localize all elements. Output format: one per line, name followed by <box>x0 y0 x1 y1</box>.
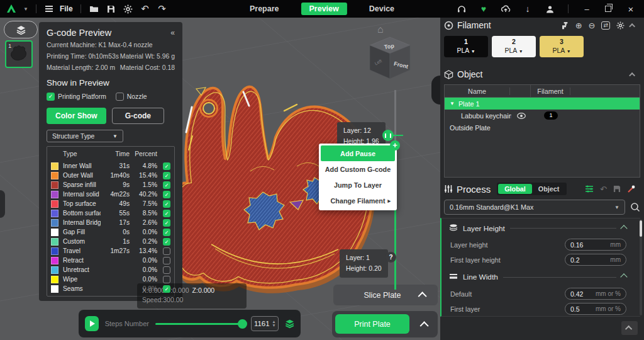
save-preset-icon[interactable] <box>613 185 621 193</box>
filter-params-icon[interactable] <box>585 185 594 193</box>
type-visibility-checkbox[interactable]: ✓ <box>163 181 170 189</box>
minimize-button[interactable]: – <box>581 3 592 14</box>
download-icon[interactable]: ↓ <box>522 3 533 14</box>
type-visibility-checkbox[interactable]: ✓ <box>163 229 170 236</box>
app-logo-icon[interactable] <box>5 3 18 15</box>
setting-input[interactable]: 0.2mm <box>565 254 626 266</box>
settings-scrollbar-thumb[interactable] <box>640 220 642 237</box>
home-view-icon[interactable]: ⌂ <box>377 24 384 35</box>
type-visibility-checkbox[interactable]: ✓ <box>163 285 170 293</box>
outside-plate-row[interactable]: Outside Plate <box>445 122 640 133</box>
color-show-button[interactable]: Color Show <box>47 108 106 124</box>
menu-item-jump-to-layer[interactable]: Jump To Layer <box>321 177 395 193</box>
type-visibility-checkbox[interactable]: ✓ <box>163 200 170 208</box>
pause-marker-handle[interactable] <box>382 130 394 141</box>
menu-item-change-filament[interactable]: Change Filament▸ <box>321 193 395 208</box>
play-button[interactable] <box>85 316 99 331</box>
type-visibility-checkbox[interactable]: ✓ <box>163 172 170 179</box>
process-tab-object[interactable]: Object <box>532 184 566 194</box>
print-plate-button[interactable]: Print Plate <box>335 314 409 334</box>
file-menu[interactable]: File <box>60 4 73 13</box>
layers-view-icon[interactable] <box>285 319 294 329</box>
menu-item-add-custom-g-code[interactable]: Add Custom G-code <box>321 161 395 177</box>
type-visibility-checkbox[interactable] <box>163 276 170 283</box>
filament-slot-3[interactable]: 3PLA ▼ <box>540 36 584 57</box>
process-preset-select[interactable]: 0.16mm Standard@K1 Max ▼ <box>444 200 625 215</box>
model-filament-cell[interactable]: 1 <box>531 111 570 120</box>
toggle-nozzle[interactable]: Nozzle <box>116 93 147 101</box>
plate-row[interactable]: ▼ Plate 1 <box>445 98 640 110</box>
restore-button[interactable] <box>603 3 614 14</box>
help-icon[interactable]: ? <box>386 252 396 263</box>
type-visibility-checkbox[interactable]: ✓ <box>163 191 170 198</box>
plate-thumbnail-1[interactable]: 1 <box>5 40 33 68</box>
tab-device[interactable]: Device <box>361 3 402 15</box>
sync-filament-icon[interactable]: ⇄ <box>601 21 610 30</box>
scroll-collapse-button[interactable] <box>621 321 638 335</box>
health-heart-icon[interactable]: ♥ <box>478 3 489 14</box>
close-button[interactable]: × <box>625 3 636 14</box>
structure-type-dropdown[interactable]: Structure Type ▼ <box>47 130 123 142</box>
type-color-swatch <box>51 181 58 189</box>
logo-caret-icon[interactable]: ▼ <box>23 6 28 12</box>
tab-preview[interactable]: Preview <box>301 3 347 15</box>
collapse-section-icon[interactable] <box>629 72 635 78</box>
setting-input[interactable]: 0.42mm or % <box>565 288 626 300</box>
steps-number-input[interactable]: 1161 ▲▼ <box>251 316 278 331</box>
checkbox-icon[interactable]: ✓ <box>47 93 55 101</box>
flush-nozzle-icon[interactable] <box>560 21 569 30</box>
settings-gear-icon[interactable] <box>123 3 134 14</box>
visibility-eye-icon[interactable] <box>511 113 531 119</box>
collapse-panel-icon[interactable]: « <box>170 28 175 37</box>
open-folder-icon[interactable] <box>89 3 100 14</box>
steps-slider-handle[interactable] <box>238 319 247 329</box>
menu-item-add-pause[interactable]: Add Pause <box>321 145 395 161</box>
type-visibility-checkbox[interactable] <box>163 257 170 264</box>
collapse-chevron-icon[interactable] <box>620 225 627 232</box>
menu-icon[interactable] <box>45 8 53 9</box>
filament-settings-gear-icon[interactable] <box>616 21 625 30</box>
g-code-button[interactable]: G-code <box>112 108 164 124</box>
section-line-width[interactable]: Line Width <box>449 273 626 281</box>
add-filament-icon[interactable]: ⊕ <box>575 21 582 30</box>
support-headset-icon[interactable] <box>456 3 467 14</box>
collapse-section-icon[interactable] <box>629 23 635 29</box>
setting-input[interactable]: 0.5mm or % <box>565 303 626 315</box>
plate-list-toggle-button[interactable] <box>4 21 38 38</box>
type-visibility-checkbox[interactable] <box>163 247 170 255</box>
layer-slider-add-handle[interactable]: + <box>390 140 400 150</box>
type-visibility-checkbox[interactable]: ✓ <box>163 210 170 217</box>
setting-input[interactable]: 0.16mm <box>565 239 626 251</box>
collapse-chevron-icon[interactable] <box>620 273 627 280</box>
search-preset-icon[interactable] <box>630 202 640 212</box>
tune-advanced-icon[interactable] <box>627 185 635 193</box>
slice-plate-button[interactable]: Slice Plate <box>333 285 438 305</box>
type-visibility-checkbox[interactable]: ✓ <box>163 238 170 246</box>
chevron-up-icon[interactable] <box>420 321 429 330</box>
type-visibility-checkbox[interactable]: ✓ <box>163 219 170 227</box>
checkbox-icon[interactable] <box>116 93 124 101</box>
type-visibility-checkbox[interactable] <box>163 266 170 274</box>
cloud-upload-icon[interactable] <box>500 3 511 14</box>
filament-slot-1[interactable]: 1PLA ▼ <box>444 36 488 57</box>
undo-icon[interactable]: ↶ <box>140 3 151 14</box>
type-visibility-checkbox[interactable]: ✓ <box>163 162 170 170</box>
steps-spinner[interactable]: ▲▼ <box>272 320 277 327</box>
reset-icon[interactable]: ↶ <box>600 184 607 194</box>
process-tab-global[interactable]: Global <box>498 184 532 194</box>
tab-prepare[interactable]: Prepare <box>242 3 287 15</box>
remove-filament-icon[interactable]: ⊖ <box>589 21 596 30</box>
filament-slot-2[interactable]: 2PLA ▼ <box>492 36 536 57</box>
account-user-icon[interactable] <box>544 3 555 14</box>
right-panel-collapse-handle[interactable] <box>431 76 440 105</box>
left-panel-collapse-handle[interactable] <box>0 190 5 218</box>
steps-slider[interactable] <box>155 323 245 325</box>
toggle-printing-platform[interactable]: ✓Printing Platform <box>47 93 106 101</box>
structure-type-table: Type Time Percent Inner Wall31s4.8%✓Oute… <box>47 146 175 297</box>
section-layer-height[interactable]: Layer Height <box>449 224 626 233</box>
expand-caret-icon[interactable]: ▼ <box>450 101 455 106</box>
model-row[interactable]: Labubu keychain.stl 1 <box>445 110 640 122</box>
layer-slider-track-upper[interactable] <box>394 90 396 147</box>
save-icon[interactable] <box>106 3 117 14</box>
redo-icon[interactable]: ↷ <box>157 3 168 14</box>
